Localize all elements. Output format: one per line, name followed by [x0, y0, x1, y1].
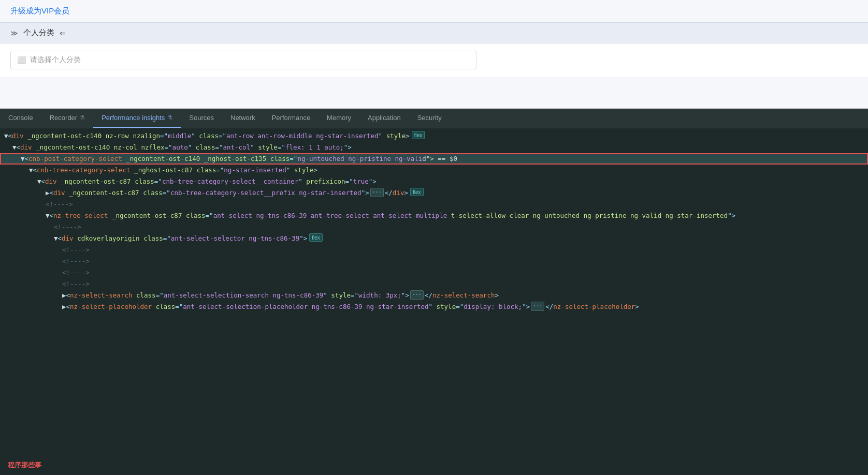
tree-row[interactable]: ▼ <div _ngcontent-ost-c140 nz-row nzalig…: [0, 130, 868, 142]
tree-row[interactable]: <!---->: [0, 199, 868, 210]
tree-row[interactable]: <!---->: [0, 244, 868, 256]
devtools-panel: Console Recorder ⚗ Performance insights …: [0, 109, 868, 475]
category-select[interactable]: ⬜ 请选择个人分类: [10, 51, 476, 69]
tree-row[interactable]: ▼ <nz-tree-select _ngcontent-ost-c87 cla…: [0, 210, 868, 221]
tab-performance-label: Performance: [272, 114, 310, 122]
tab-security[interactable]: Security: [409, 109, 450, 128]
tree-row[interactable]: <!---->: [0, 256, 868, 267]
app-area: 升级成为VIP会员 ≫ 个人分类 ⇐ ⬜ 请选择个人分类: [0, 0, 868, 109]
tab-recorder[interactable]: Recorder ⚗: [41, 109, 93, 128]
category-input-area: ⬜ 请选择个人分类: [0, 43, 868, 77]
tab-sources-label: Sources: [189, 114, 214, 122]
category-title: 个人分类: [23, 28, 54, 38]
tree-row[interactable]: <!---->: [0, 267, 868, 278]
category-placeholder: 请选择个人分类: [30, 55, 81, 65]
collapse-icon: ≫: [10, 29, 18, 37]
tab-application[interactable]: Application: [359, 109, 409, 128]
tab-performance-insights[interactable]: Performance insights ⚗: [93, 109, 181, 128]
tree-row[interactable]: ▼ <div _ngcontent-ost-c87 class="cnb-tre…: [0, 176, 868, 187]
upgrade-link[interactable]: 升级成为VIP会员: [0, 0, 80, 22]
tab-security-label: Security: [417, 114, 442, 122]
tab-console[interactable]: Console: [0, 109, 41, 128]
tree-row-selected[interactable]: ▼ <cnb-post-category-select _ngcontent-o…: [0, 153, 868, 165]
folder-icon: ⬜: [17, 56, 26, 64]
recorder-flask-icon: ⚗: [80, 114, 85, 121]
tab-performance[interactable]: Performance: [264, 109, 319, 128]
performance-insights-flask-icon: ⚗: [167, 114, 172, 121]
tab-performance-insights-label: Performance insights: [102, 114, 165, 122]
watermark: 程序那些事: [8, 461, 41, 470]
tab-network-label: Network: [230, 114, 255, 122]
category-back-icon[interactable]: ⇐: [60, 29, 66, 37]
tab-recorder-label: Recorder: [50, 114, 77, 122]
tab-memory[interactable]: Memory: [319, 109, 359, 128]
tab-sources[interactable]: Sources: [181, 109, 222, 128]
tree-row[interactable]: ▶ <div _ngcontent-ost-c87 class="cnb-tre…: [0, 187, 868, 199]
tab-network[interactable]: Network: [222, 109, 264, 128]
watermark-text: 程序那些事: [8, 461, 41, 469]
tree-row[interactable]: ▶ <nz-select-placeholder class="ant-sele…: [0, 301, 868, 313]
tree-row[interactable]: ▼ <div cdkoverlayorigin class="ant-selec…: [0, 233, 868, 244]
html-tree[interactable]: ▼ <div _ngcontent-ost-c140 nz-row nzalig…: [0, 128, 868, 475]
category-section: ≫ 个人分类 ⇐: [0, 22, 868, 43]
tab-console-label: Console: [8, 114, 33, 122]
tree-row[interactable]: ▼ <div _ngcontent-ost-c140 nz-col nzflex…: [0, 142, 868, 153]
tree-row[interactable]: ▶ <nz-select-search class="ant-select-se…: [0, 290, 868, 301]
tab-application-label: Application: [368, 114, 401, 122]
tree-row[interactable]: <!---->: [0, 221, 868, 233]
tab-memory-label: Memory: [327, 114, 351, 122]
devtools-tabs-bar: Console Recorder ⚗ Performance insights …: [0, 109, 868, 128]
tree-row[interactable]: ▼ <cnb-tree-category-select _nghost-ost-…: [0, 165, 868, 176]
tree-row[interactable]: <!---->: [0, 278, 868, 290]
